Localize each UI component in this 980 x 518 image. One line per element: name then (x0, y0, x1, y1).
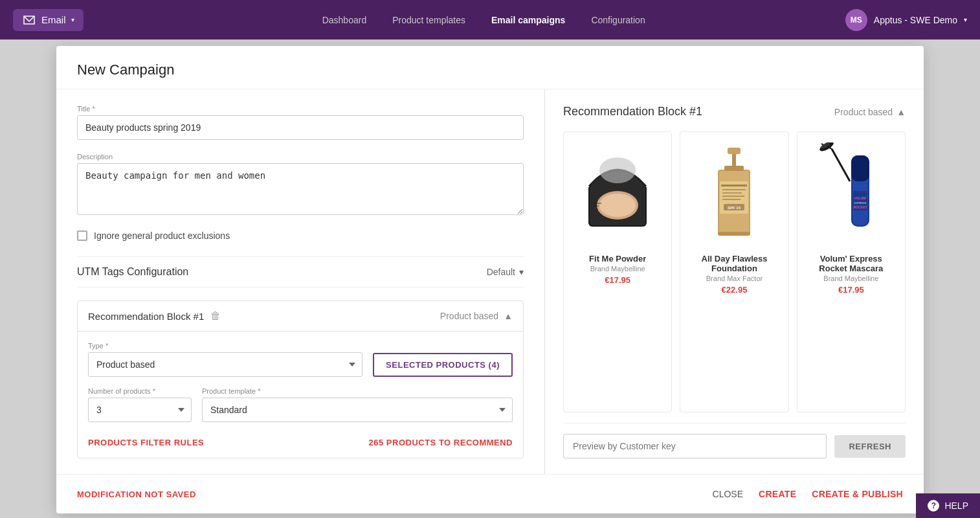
modal-title: New Campaign (77, 62, 903, 78)
type-select[interactable]: Product based Behavioral Manual (88, 352, 362, 377)
product-template-label: Product template * (202, 387, 513, 395)
navbar: Email ▾ Dashboard Product templates Emai… (0, 0, 980, 39)
create-button[interactable]: CREATE (759, 489, 796, 499)
right-panel-title: Recommendation Block #1 (563, 105, 702, 118)
footer-actions: CLOSE CREATE CREATE & PUBLISH (713, 485, 903, 503)
brand-chevron-icon: ▾ (71, 16, 74, 23)
help-button[interactable]: ? HELP (916, 493, 980, 518)
modal: New Campaign Title * Description Beauty … (56, 46, 924, 513)
product-card-1: Fit Me Powder Brand Maybelline €17.95 (563, 131, 672, 412)
product-price-1: €17.95 (605, 275, 630, 285)
user-name: Apptus - SWE Demo (874, 15, 957, 25)
utm-chevron-icon: ▾ (519, 267, 524, 277)
mascara-icon: VOLUM' EXPRESS ROCKET (812, 142, 890, 246)
preview-customer-input[interactable] (563, 434, 827, 458)
close-button[interactable]: CLOSE (713, 485, 743, 503)
product-brand-1: Brand Maybelline (590, 265, 645, 273)
svg-text:SPF 15: SPF 15 (728, 206, 741, 210)
foundation-icon: SPF 15 (708, 142, 760, 246)
nav-configuration[interactable]: Configuration (591, 12, 645, 28)
type-row: Type * Product based Behavioral Manual S… (88, 342, 513, 377)
utm-value: Default (487, 267, 515, 277)
product-img-1 (572, 142, 663, 246)
product-img-3: VOLUM' EXPRESS ROCKET (806, 142, 896, 246)
checkbox-row: Ignore general product exclusions (77, 231, 524, 241)
product-cards: Fit Me Powder Brand Maybelline €17.95 (563, 131, 906, 412)
product-name-3: Volum' Express Rocket Mascara (805, 254, 897, 273)
num-products-col: Number of products * 12345 (88, 387, 192, 422)
svg-text:VOLUM': VOLUM' (854, 196, 866, 200)
email-icon (22, 13, 36, 27)
svg-rect-14 (722, 192, 742, 194)
avatar: MS (845, 9, 867, 31)
right-panel-type-label: Product based (834, 107, 893, 117)
rec-block-chevron-icon: ▲ (504, 311, 513, 321)
compact-powder-icon (575, 146, 660, 243)
type-label: Type * (88, 342, 362, 350)
svg-rect-7 (728, 148, 741, 154)
nav-product-templates[interactable]: Product templates (392, 12, 465, 28)
modal-footer: MODIFICATION NOT SAVED CLOSE CREATE CREA… (56, 474, 924, 513)
svg-rect-13 (722, 189, 746, 190)
product-brand-3: Brand Maybelline (823, 275, 878, 282)
title-label: Title * (77, 105, 524, 113)
rec-block-type-label: Product based (440, 311, 498, 321)
main-area: New Campaign Title * Description Beauty … (0, 39, 980, 518)
preview-row: REFRESH (563, 423, 906, 458)
description-textarea[interactable]: Beauty campaign for men and women (77, 163, 524, 215)
refresh-button[interactable]: REFRESH (834, 435, 906, 458)
utm-section: UTM Tags Configuration Default ▾ (77, 256, 524, 287)
product-template-select[interactable]: StandardCompactDetailed (202, 398, 513, 422)
trash-icon[interactable]: 🗑 (210, 310, 221, 322)
nav-dashboard[interactable]: Dashboard (322, 12, 367, 28)
product-brand-2: Brand Max Factor (706, 275, 763, 282)
rec-block-title-text: Recommendation Block #1 (88, 311, 204, 322)
svg-rect-23 (851, 155, 869, 181)
title-input[interactable] (77, 115, 524, 140)
num-products-label: Number of products * (88, 387, 192, 395)
type-col: Type * Product based Behavioral Manual (88, 342, 362, 377)
svg-rect-6 (594, 205, 599, 207)
right-panel-type: Product based ▲ (834, 107, 906, 117)
selected-products-button[interactable]: SELECTED PRODUCTS (4) (373, 353, 513, 377)
svg-rect-20 (718, 232, 750, 236)
description-group: Description Beauty campaign for men and … (77, 153, 524, 218)
rec-bottom-row: PRODUCTS FILTER RULES 265 PRODUCTS TO RE… (88, 433, 513, 447)
user-chevron-icon: ▾ (964, 16, 967, 23)
svg-line-28 (832, 149, 850, 181)
unsaved-message: MODIFICATION NOT SAVED (77, 490, 196, 499)
rec-block-body: Type * Product based Behavioral Manual S… (78, 332, 523, 458)
ignore-exclusions-checkbox[interactable] (77, 231, 87, 241)
checkbox-label: Ignore general product exclusions (94, 231, 230, 241)
right-panel: Recommendation Block #1 Product based ▲ (545, 89, 924, 474)
rec-block-type: Product based ▲ (440, 311, 513, 321)
nav-links: Dashboard Product templates Email campai… (122, 12, 845, 28)
utm-title: UTM Tags Configuration (77, 266, 188, 278)
svg-rect-19 (724, 166, 744, 171)
num-products-select[interactable]: 12345 (88, 398, 192, 422)
svg-rect-5 (594, 203, 601, 204)
brand-label: Email (41, 14, 66, 25)
product-name-1: Fit Me Powder (589, 254, 646, 264)
left-panel: Title * Description Beauty campaign for … (56, 89, 545, 474)
user-menu[interactable]: MS Apptus - SWE Demo ▾ (845, 9, 967, 31)
brand-button[interactable]: Email ▾ (13, 9, 84, 31)
right-panel-header: Recommendation Block #1 Product based ▲ (563, 105, 906, 118)
help-label: HELP (944, 501, 968, 511)
modal-header: New Campaign (56, 46, 924, 89)
utm-dropdown[interactable]: Default ▾ (487, 267, 524, 277)
svg-rect-15 (722, 196, 744, 197)
title-group: Title * (77, 105, 524, 140)
create-publish-button[interactable]: CREATE & PUBLISH (812, 489, 903, 499)
description-label: Description (77, 153, 524, 161)
rec-block-header: Recommendation Block #1 🗑 Product based … (78, 301, 523, 332)
nav-email-campaigns[interactable]: Email campaigns (491, 12, 565, 28)
svg-point-2 (599, 157, 636, 183)
product-img-2: SPF 15 (689, 142, 779, 246)
product-card-2: SPF 15 All Day Flawless Foundation Brand… (680, 131, 788, 412)
modal-body: Title * Description Beauty campaign for … (56, 89, 924, 474)
filter-rules-link[interactable]: PRODUCTS FILTER RULES (88, 438, 204, 447)
svg-text:ROCKET: ROCKET (853, 205, 867, 209)
svg-rect-12 (721, 185, 747, 186)
rec-block: Recommendation Block #1 🗑 Product based … (77, 300, 524, 458)
